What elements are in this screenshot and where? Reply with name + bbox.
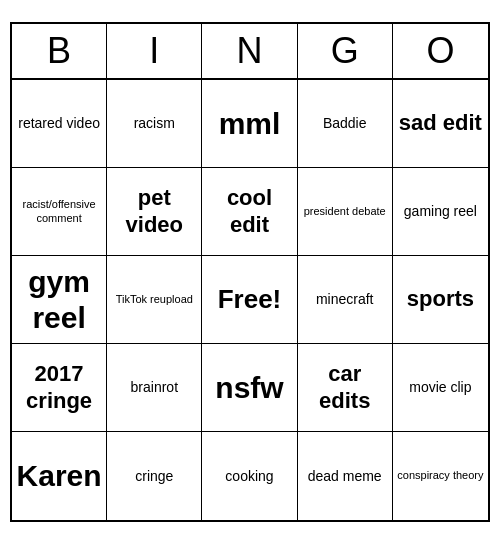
header-letter: I [107,24,202,78]
bingo-cell: nsfw [202,344,297,432]
bingo-cell: racist/offensive comment [12,168,107,256]
bingo-cell: conspiracy theory [393,432,488,520]
bingo-cell: sad edit [393,80,488,168]
header-letter: G [298,24,393,78]
bingo-cell: car edits [298,344,393,432]
bingo-cell: movie clip [393,344,488,432]
bingo-cell: dead meme [298,432,393,520]
bingo-cell: cooking [202,432,297,520]
bingo-cell: president debate [298,168,393,256]
bingo-cell: cool edit [202,168,297,256]
bingo-cell: cringe [107,432,202,520]
bingo-cell: Free! [202,256,297,344]
header-letter: O [393,24,488,78]
bingo-card: BINGO retared videoracismmmlBaddiesad ed… [10,22,490,522]
bingo-cell: gym reel [12,256,107,344]
bingo-cell: brainrot [107,344,202,432]
bingo-cell: Baddie [298,80,393,168]
bingo-header: BINGO [12,24,488,80]
bingo-cell: minecraft [298,256,393,344]
bingo-grid: retared videoracismmmlBaddiesad editraci… [12,80,488,520]
header-letter: N [202,24,297,78]
bingo-cell: Karen [12,432,107,520]
bingo-cell: racism [107,80,202,168]
bingo-cell: 2017 cringe [12,344,107,432]
bingo-cell: sports [393,256,488,344]
bingo-cell: retared video [12,80,107,168]
bingo-cell: gaming reel [393,168,488,256]
header-letter: B [12,24,107,78]
bingo-cell: TikTok reupload [107,256,202,344]
bingo-cell: pet video [107,168,202,256]
bingo-cell: mml [202,80,297,168]
